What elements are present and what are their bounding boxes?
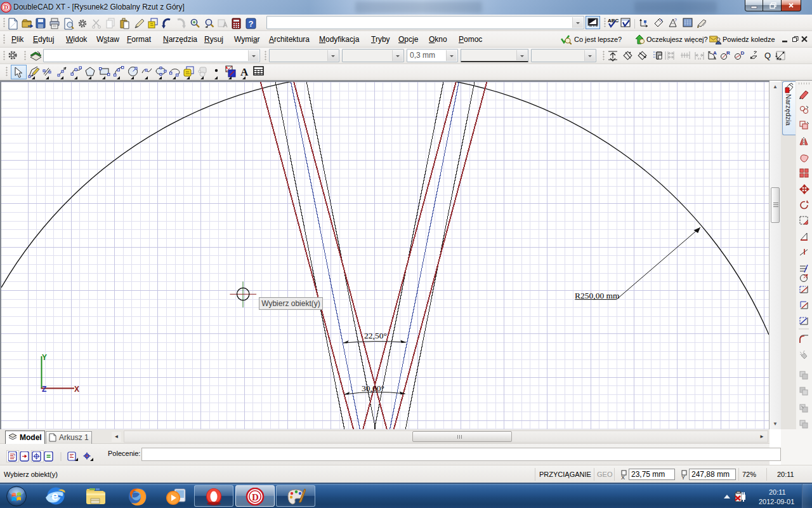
svg-text:A: A — [713, 50, 717, 56]
svg-text:R250,00 mm: R250,00 mm — [575, 291, 620, 300]
svg-text:R: R — [726, 50, 730, 56]
svg-text:D: D — [4, 4, 8, 11]
svg-text:Q: Q — [764, 51, 771, 60]
svg-text:X: X — [621, 474, 625, 479]
svg-text:?: ? — [674, 18, 677, 22]
svg-text:Z: Z — [42, 385, 46, 394]
svg-text:A: A — [240, 66, 249, 78]
svg-text:30,00°: 30,00° — [362, 384, 384, 393]
svg-text:22,50°: 22,50° — [364, 331, 387, 340]
svg-text:e: e — [51, 489, 58, 503]
svg-text:D: D — [252, 492, 259, 502]
svg-text:?: ? — [660, 18, 662, 23]
svg-text:X: X — [74, 385, 79, 394]
svg-text:Y: Y — [42, 353, 47, 362]
svg-text:Y: Y — [681, 474, 685, 479]
svg-text:?: ? — [249, 19, 254, 29]
svg-text:D: D — [741, 50, 745, 56]
